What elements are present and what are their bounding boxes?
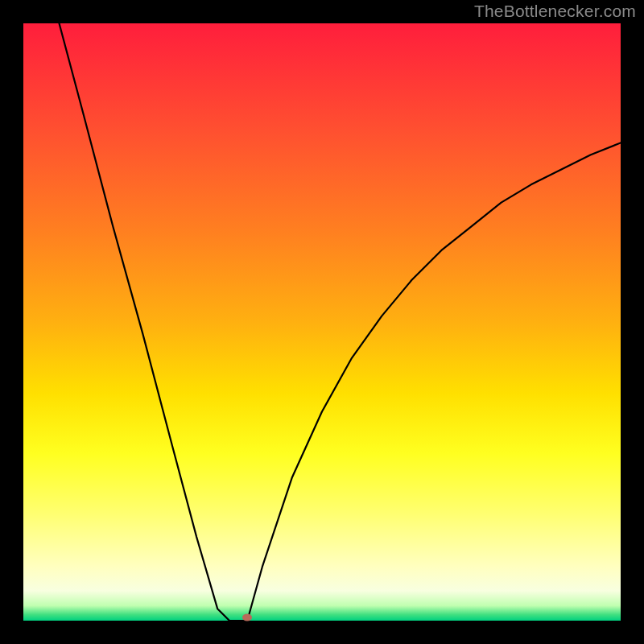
watermark-text: TheBottlenecker.com: [474, 2, 636, 21]
plot-area: [23, 23, 621, 621]
chart-frame: TheBottlenecker.com: [0, 0, 644, 644]
optimal-point-marker: [242, 613, 252, 621]
bottleneck-curve: [23, 23, 621, 621]
